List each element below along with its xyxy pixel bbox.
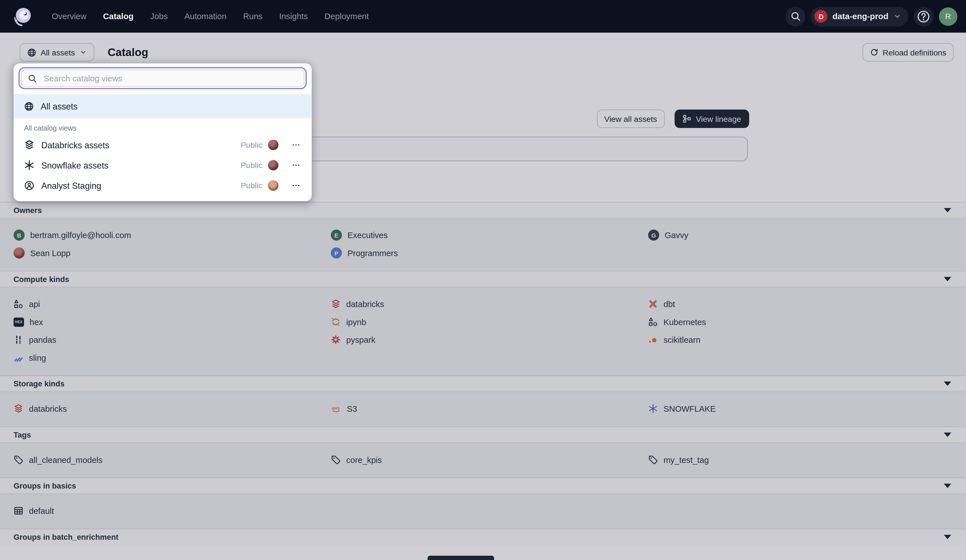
nav-link-jobs[interactable]: Jobs bbox=[150, 12, 168, 21]
help-button[interactable] bbox=[913, 7, 933, 26]
app-window: Overview Catalog Jobs Automation Runs In… bbox=[0, 0, 966, 560]
deployment-name: data-eng-prod bbox=[833, 12, 888, 21]
visibility-badge: Public bbox=[241, 181, 262, 190]
nav-right-cluster: D data-eng-prod R bbox=[786, 7, 958, 26]
chevron-down-icon bbox=[893, 12, 901, 20]
deployment-switcher[interactable]: D data-eng-prod bbox=[811, 7, 908, 26]
catalog-view-row-analyst-staging[interactable]: Analyst Staging Public bbox=[13, 175, 312, 196]
nav-links: Overview Catalog Jobs Automation Runs In… bbox=[52, 12, 369, 21]
ellipsis-icon bbox=[291, 160, 300, 170]
catalog-view-name: Snowflake assets bbox=[41, 160, 108, 170]
dagster-logo[interactable] bbox=[12, 6, 33, 27]
nav-link-deployment[interactable]: Deployment bbox=[325, 12, 369, 21]
dropdown-section-label: All catalog views bbox=[13, 118, 312, 135]
nav-link-overview[interactable]: Overview bbox=[52, 12, 87, 21]
visibility-badge: Public bbox=[241, 141, 262, 150]
bottom-overlay-notch bbox=[428, 556, 494, 560]
help-icon bbox=[917, 10, 930, 23]
ellipsis-icon bbox=[291, 181, 300, 190]
avatar bbox=[268, 180, 278, 191]
nav-link-catalog[interactable]: Catalog bbox=[103, 12, 133, 21]
row-menu-button[interactable] bbox=[288, 138, 303, 152]
row-menu-button[interactable] bbox=[288, 179, 303, 192]
avatar bbox=[268, 160, 278, 170]
top-nav: Overview Catalog Jobs Automation Runs In… bbox=[0, 0, 966, 33]
catalog-view-row-databricks-assets[interactable]: Databricks assets Public bbox=[13, 135, 312, 155]
catalog-view-name: Analyst Staging bbox=[41, 181, 102, 190]
dropdown-search bbox=[19, 67, 307, 89]
nav-link-automation[interactable]: Automation bbox=[184, 12, 227, 21]
row-menu-button[interactable] bbox=[288, 159, 303, 172]
catalog-view-row-snowflake-assets[interactable]: Snowflake assets Public bbox=[13, 155, 312, 175]
catalog-views-dropdown: All assets All catalog views Databricks … bbox=[13, 63, 312, 201]
nav-link-insights[interactable]: Insights bbox=[279, 12, 308, 21]
nav-link-runs[interactable]: Runs bbox=[243, 12, 263, 21]
user-circle-icon bbox=[24, 180, 34, 191]
visibility-badge: Public bbox=[241, 160, 262, 170]
deployment-initial-badge: D bbox=[815, 10, 828, 23]
dropdown-item-all-assets[interactable]: All assets bbox=[13, 95, 312, 118]
dropdown-item-label: All assets bbox=[41, 101, 77, 111]
avatar bbox=[268, 139, 278, 150]
globe-icon bbox=[24, 101, 34, 111]
catalog-view-name: Databricks assets bbox=[41, 140, 110, 150]
catalog-views-search-input[interactable] bbox=[43, 73, 297, 83]
search-icon bbox=[28, 74, 37, 83]
search-icon bbox=[790, 11, 801, 21]
user-avatar[interactable]: R bbox=[939, 7, 958, 26]
databricks-icon bbox=[24, 139, 34, 150]
snowflake-icon bbox=[24, 160, 34, 170]
global-search-button[interactable] bbox=[786, 7, 805, 26]
ellipsis-icon bbox=[291, 141, 300, 150]
